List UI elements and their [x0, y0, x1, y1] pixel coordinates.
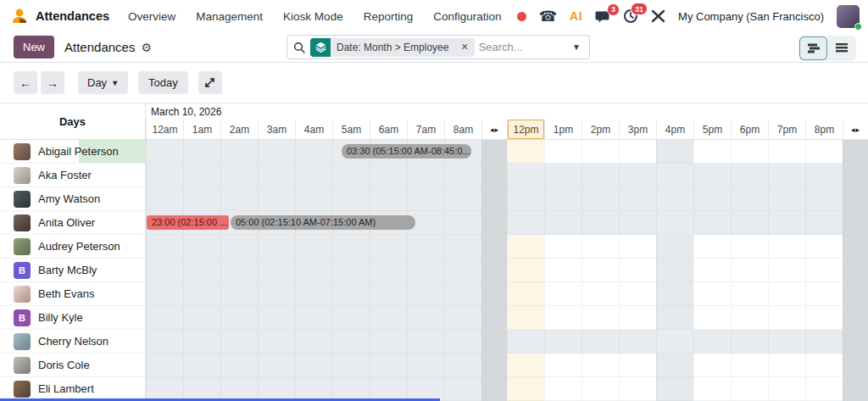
gantt-cell[interactable]	[258, 140, 295, 164]
gantt-cell[interactable]	[805, 187, 843, 211]
gantt-cell[interactable]	[146, 282, 183, 306]
gantt-cell[interactable]	[332, 377, 370, 401]
gantt-cell[interactable]	[768, 235, 805, 259]
gantt-cell[interactable]	[656, 282, 693, 306]
gantt-cell[interactable]	[370, 164, 407, 187]
gantt-cell[interactable]	[370, 259, 407, 282]
gantt-cell[interactable]	[407, 306, 444, 330]
gantt-cell[interactable]	[295, 306, 332, 330]
gantt-cell[interactable]	[656, 140, 693, 164]
expand-view-button[interactable]	[198, 71, 222, 94]
gantt-cell[interactable]	[768, 282, 805, 306]
gantt-cell[interactable]	[444, 164, 481, 187]
gantt-cell[interactable]	[693, 211, 731, 235]
gantt-cell[interactable]	[507, 330, 544, 354]
gantt-cell[interactable]	[619, 282, 656, 306]
gantt-cell[interactable]	[693, 354, 731, 377]
gantt-cell[interactable]	[507, 306, 544, 330]
gantt-cell[interactable]	[805, 306, 843, 330]
gantt-cell[interactable]	[581, 330, 619, 354]
gantt-cell[interactable]	[370, 330, 407, 354]
gantt-cell[interactable]	[220, 354, 258, 377]
search-bar[interactable]: Date: Month > Employee ✕ ▼	[287, 35, 590, 59]
gantt-cell[interactable]	[693, 377, 731, 401]
gantt-cell[interactable]	[444, 330, 481, 354]
gantt-cell[interactable]	[444, 377, 481, 401]
gantt-cell[interactable]	[146, 330, 183, 354]
gantt-cell[interactable]	[544, 164, 581, 187]
gantt-cell[interactable]	[619, 140, 656, 164]
gantt-cell[interactable]	[656, 259, 693, 282]
gantt-cell[interactable]	[332, 282, 370, 306]
gantt-cell[interactable]	[805, 140, 843, 164]
gantt-cell[interactable]	[507, 377, 544, 401]
gantt-cell[interactable]	[332, 354, 370, 377]
gantt-cell[interactable]	[183, 282, 220, 306]
gantt-cell[interactable]	[332, 187, 370, 211]
gantt-cell[interactable]	[805, 354, 843, 377]
gantt-cell[interactable]	[544, 330, 581, 354]
gantt-cell[interactable]	[544, 235, 581, 259]
gantt-cell[interactable]	[731, 377, 768, 401]
gantt-cell[interactable]	[693, 259, 731, 282]
attendance-bar[interactable]: 05:00 (02:15:10 AM-07:15:00 AM)	[231, 215, 415, 230]
gantt-cell[interactable]	[183, 164, 220, 187]
menu-reporting[interactable]: Reporting	[364, 10, 414, 23]
gantt-cell[interactable]	[183, 187, 220, 211]
gantt-cell[interactable]	[370, 354, 407, 377]
gantt-cell[interactable]	[146, 259, 183, 282]
gantt-cell[interactable]	[768, 330, 805, 354]
gantt-cell[interactable]	[507, 282, 544, 306]
gantt-cell[interactable]	[258, 259, 295, 282]
gantt-cell[interactable]	[370, 282, 407, 306]
gantt-cell[interactable]	[183, 354, 220, 377]
gantt-cell[interactable]	[656, 354, 693, 377]
gantt-cell[interactable]	[731, 259, 768, 282]
expand-hidden-columns-icon[interactable]: ◂▸	[481, 120, 507, 139]
gantt-cell[interactable]	[581, 187, 619, 211]
gantt-cell[interactable]	[656, 235, 693, 259]
gantt-cell[interactable]	[332, 164, 370, 187]
gantt-cell[interactable]	[183, 235, 220, 259]
phone-icon[interactable]: ☎	[539, 9, 557, 24]
gantt-cell[interactable]	[146, 164, 183, 187]
gantt-cell[interactable]	[581, 211, 619, 235]
today-button[interactable]: Today	[138, 71, 188, 94]
gantt-cell[interactable]	[805, 330, 843, 354]
search-input[interactable]	[479, 41, 570, 53]
gantt-cell[interactable]	[146, 187, 183, 211]
gantt-cell[interactable]	[693, 235, 731, 259]
gantt-cell[interactable]	[619, 187, 656, 211]
gantt-cell[interactable]	[444, 187, 481, 211]
gantt-cell[interactable]	[220, 259, 258, 282]
gantt-cell[interactable]	[295, 140, 332, 164]
gantt-cell[interactable]	[805, 235, 843, 259]
gantt-cell[interactable]	[183, 306, 220, 330]
gantt-cell[interactable]	[295, 282, 332, 306]
gantt-cell[interactable]	[619, 164, 656, 187]
gantt-cell[interactable]	[444, 306, 481, 330]
company-switcher[interactable]: My Company (San Francisco)	[678, 10, 824, 23]
gantt-cell[interactable]	[619, 306, 656, 330]
user-avatar[interactable]	[837, 5, 860, 28]
gantt-cell[interactable]	[220, 187, 258, 211]
gantt-cell[interactable]	[258, 330, 295, 354]
view-settings-gear-icon[interactable]: ⚙	[141, 41, 152, 54]
gantt-cell[interactable]	[693, 306, 731, 330]
gantt-cell[interactable]	[146, 140, 183, 164]
gantt-cell[interactable]	[544, 354, 581, 377]
gantt-cell[interactable]	[805, 377, 843, 401]
gantt-cell[interactable]	[619, 377, 656, 401]
gantt-cell[interactable]	[370, 306, 407, 330]
gantt-cell[interactable]	[407, 187, 444, 211]
gantt-cell[interactable]	[768, 259, 805, 282]
gantt-cell[interactable]	[220, 235, 258, 259]
gantt-cell[interactable]	[656, 377, 693, 401]
gantt-cell[interactable]	[656, 211, 693, 235]
gantt-view-button[interactable]	[800, 37, 826, 59]
gantt-cell[interactable]	[731, 140, 768, 164]
gantt-cell[interactable]	[805, 164, 843, 187]
gantt-cell[interactable]	[220, 164, 258, 187]
gantt-cell[interactable]	[407, 282, 444, 306]
gantt-cell[interactable]	[768, 377, 805, 401]
